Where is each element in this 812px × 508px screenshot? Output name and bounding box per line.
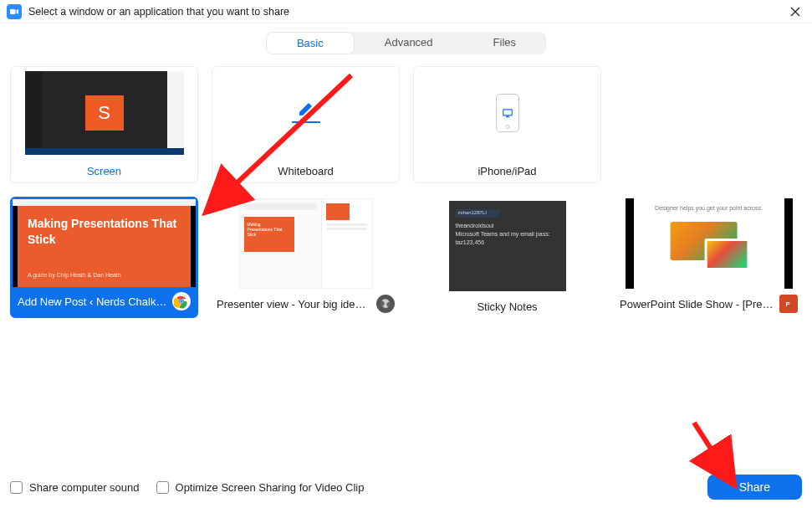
titlebar: Select a window or an application that y… xyxy=(0,0,812,23)
globe-icon xyxy=(376,295,395,313)
tab-advanced[interactable]: Advanced xyxy=(355,32,463,54)
checkbox-share-sound[interactable]: Share computer sound xyxy=(10,481,140,494)
sticky-thumbnail: zshan1287LI theandroidsoul Microsoft Tea… xyxy=(413,197,601,295)
card-iphone-ipad[interactable]: iPhone/iPad xyxy=(413,66,601,183)
sticky-line-3: taz123,456 xyxy=(456,239,559,245)
checkbox-optimize-video[interactable]: Optimize Screen Sharing for Video Clip xyxy=(156,481,365,494)
svg-rect-1 xyxy=(503,110,512,115)
card-ppt-label: PowerPoint Slide Show - [Present… xyxy=(620,298,774,310)
checkbox-share-sound-label: Share computer sound xyxy=(29,481,140,494)
tab-group: Basic Advanced Files xyxy=(266,32,546,54)
chrome-thumbnail: Making Presentations That Stick A guide … xyxy=(13,199,196,287)
card-powerpoint[interactable]: Designer helps you get your point across… xyxy=(615,197,803,318)
chrome-icon xyxy=(172,292,191,310)
close-button[interactable] xyxy=(785,2,805,22)
card-whiteboard-label: Whiteboard xyxy=(217,165,394,177)
card-whiteboard[interactable]: Whiteboard xyxy=(212,66,400,183)
screen-thumbnail: S xyxy=(11,67,197,159)
card-chrome-label: Add New Post ‹ Nerds Chalk — … xyxy=(18,295,167,308)
window-title: Select a window or an application that y… xyxy=(28,6,785,18)
tab-files[interactable]: Files xyxy=(463,32,546,54)
footer: Share computer sound Optimize Screen Sha… xyxy=(0,466,812,508)
share-grid: S Screen Whiteboard xyxy=(10,66,802,318)
presenter-thumbnail: MakingPresentations ThatStick xyxy=(212,197,400,290)
whiteboard-icon xyxy=(212,67,399,159)
powerpoint-icon: P xyxy=(779,295,798,313)
chrome-preview-title: Making Presentations That Stick xyxy=(28,216,181,248)
card-chrome-window[interactable]: Making Presentations That Stick A guide … xyxy=(10,197,198,318)
share-button[interactable]: Share xyxy=(707,475,802,500)
card-screen-label: Screen xyxy=(16,165,192,177)
tab-basic[interactable]: Basic xyxy=(266,32,355,54)
card-iphone-label: iPhone/iPad xyxy=(419,165,595,177)
svg-text:P: P xyxy=(786,300,790,308)
tabs-row: Basic Advanced Files xyxy=(0,23,812,66)
checkbox-box xyxy=(10,481,23,494)
sticky-line-1: theandroidsoul xyxy=(456,223,559,228)
zoom-app-icon xyxy=(7,4,22,19)
ppt-preview-text: Designer helps you get your point across… xyxy=(655,205,763,211)
card-presenter-label: Presenter view - Your big idea - G… xyxy=(217,298,371,310)
sticky-line-2: Microsoft Teams and my email pass: xyxy=(456,231,559,237)
card-presenter-view[interactable]: MakingPresentations ThatStick Presenter … xyxy=(212,197,400,318)
svg-point-5 xyxy=(181,300,183,303)
share-grid-wrap: S Screen Whiteboard xyxy=(0,66,812,318)
card-screen[interactable]: S Screen xyxy=(10,66,198,183)
card-sticky-label: Sticky Notes xyxy=(418,300,596,313)
checkbox-optimize-label: Optimize Screen Sharing for Video Clip xyxy=(176,481,365,494)
chrome-preview-sub: A guide by Chip Heath & Dan Heath xyxy=(28,271,121,279)
iphone-ipad-icon xyxy=(414,67,600,159)
ppt-thumbnail: Designer helps you get your point across… xyxy=(615,197,803,290)
card-sticky-notes[interactable]: zshan1287LI theandroidsoul Microsoft Tea… xyxy=(413,197,601,318)
sticky-line-0: zshan1287LI xyxy=(456,209,499,218)
svg-rect-0 xyxy=(10,9,16,14)
checkbox-box xyxy=(156,481,169,494)
